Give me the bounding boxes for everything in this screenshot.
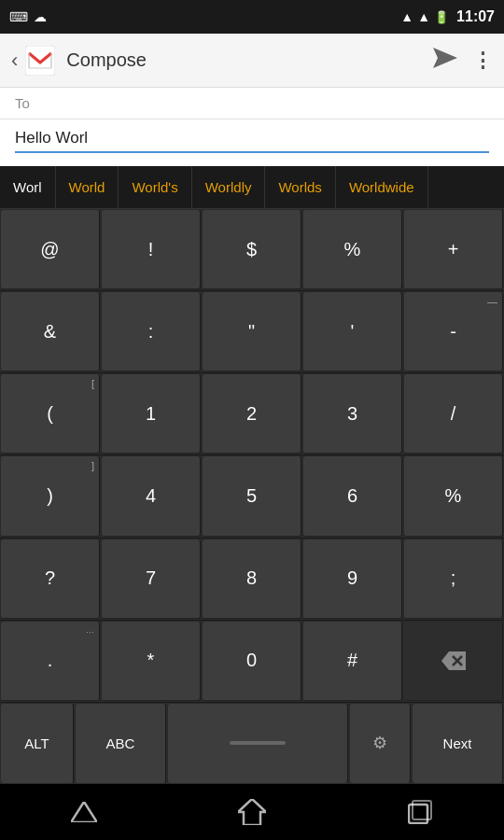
backspace-key[interactable]	[404, 622, 503, 701]
status-bar: ⌨ ☁ ▲ ▲ 🔋 11:07	[0, 0, 504, 34]
key-row-2: & : " ' - —	[0, 291, 504, 373]
space-key[interactable]	[168, 704, 348, 783]
app-bar: ‹ Compose ⋮	[0, 34, 504, 88]
keyboard-icon: ⌨	[9, 9, 28, 24]
app-bar-actions: ⋮	[433, 48, 493, 74]
key-hash[interactable]: #	[303, 622, 402, 701]
settings-key[interactable]: ⚙	[350, 704, 411, 783]
key-row-bottom: ALT ABC ⚙ Next	[0, 703, 504, 784]
key-dollar[interactable]: $	[203, 210, 301, 289]
key-star[interactable]: *	[102, 622, 201, 701]
svg-marker-2	[433, 48, 457, 68]
svg-marker-6	[71, 802, 97, 822]
autocomplete-item-3[interactable]: Worldly	[192, 166, 266, 208]
nav-bar	[0, 784, 504, 840]
svg-marker-7	[238, 799, 266, 825]
key-row-5: ? 7 8 9 ;	[0, 539, 504, 621]
nav-recent-icon	[408, 800, 432, 824]
key-percent[interactable]: %	[303, 210, 402, 289]
status-left-icons: ⌨ ☁	[9, 9, 47, 24]
nav-home-icon	[238, 799, 266, 825]
key-rparen[interactable]: ) ]	[1, 456, 100, 536]
nav-recent-button[interactable]	[401, 793, 439, 831]
key-dquote[interactable]: "	[203, 292, 301, 371]
status-time: 11:07	[456, 8, 495, 25]
battery-icon: 🔋	[434, 10, 449, 24]
nav-back-button[interactable]	[65, 793, 103, 831]
wifi-icon: ▲	[400, 9, 413, 24]
body-text: Hello Worl	[15, 129, 88, 147]
app-bar-title: Compose	[66, 49, 433, 71]
key-2[interactable]: 2	[203, 374, 301, 454]
to-field: To	[0, 88, 504, 119]
key-row-6: . … * 0 #	[0, 621, 504, 703]
autocomplete-item-1[interactable]: World	[56, 166, 119, 208]
send-button[interactable]	[433, 48, 457, 74]
back-button[interactable]: ‹	[11, 49, 18, 73]
next-key[interactable]: Next	[413, 704, 503, 783]
signal-icon: ▲	[417, 9, 430, 24]
to-input[interactable]	[37, 95, 489, 111]
autocomplete-item-4[interactable]: Worlds	[265, 166, 335, 208]
gmail-icon	[25, 46, 55, 76]
key-5[interactable]: 5	[203, 456, 301, 536]
key-colon[interactable]: :	[102, 292, 201, 371]
key-at[interactable]: @	[1, 210, 100, 289]
nav-home-button[interactable]	[233, 793, 271, 831]
key-row-1: @ ! $ % +	[0, 209, 504, 291]
key-row-3: ( [ 1 2 3 /	[0, 373, 504, 455]
backspace-icon	[441, 651, 466, 670]
key-4[interactable]: 4	[102, 456, 201, 536]
key-7[interactable]: 7	[102, 539, 201, 619]
key-slash[interactable]: /	[404, 374, 503, 454]
to-label: To	[15, 95, 30, 111]
autocomplete-item-2[interactable]: World's	[119, 166, 191, 208]
key-3[interactable]: 3	[303, 374, 402, 454]
space-bar-indicator	[230, 741, 286, 745]
alt-key[interactable]: ALT	[1, 704, 74, 783]
key-minus[interactable]: - —	[404, 292, 503, 371]
svg-rect-0	[25, 46, 55, 76]
key-squote[interactable]: '	[303, 292, 402, 371]
key-plus[interactable]: +	[404, 210, 503, 289]
notification-icon: ☁	[34, 9, 47, 24]
settings-icon: ⚙	[372, 733, 387, 753]
key-exclaim[interactable]: !	[102, 210, 201, 289]
key-percent2[interactable]: %	[404, 456, 503, 536]
key-1[interactable]: 1	[102, 374, 201, 454]
key-question[interactable]: ?	[1, 539, 100, 619]
abc-key[interactable]: ABC	[76, 704, 166, 783]
key-lparen[interactable]: ( [	[1, 374, 100, 454]
autocomplete-item-0[interactable]: Worl	[0, 166, 56, 208]
autocomplete-bar: Worl World World's Worldly Worlds Worldw…	[0, 166, 504, 209]
key-row-4: ) ] 4 5 6 %	[0, 455, 504, 538]
svg-marker-3	[441, 651, 466, 670]
keyboard: @ ! $ % + & : " ' - — ( [ 1 2 3 / ) ] 4 …	[0, 209, 504, 784]
compose-area: To Hello Worl	[0, 88, 504, 166]
status-right: ▲ ▲ 🔋 11:07	[400, 8, 495, 25]
autocomplete-item-5[interactable]: Worldwide	[336, 166, 428, 208]
key-ampersand[interactable]: &	[1, 292, 100, 371]
cursor-line	[15, 151, 489, 153]
body-field[interactable]: Hello Worl	[0, 119, 504, 166]
nav-back-icon	[71, 802, 97, 822]
key-semicolon[interactable]: ;	[404, 539, 503, 619]
key-8[interactable]: 8	[203, 539, 301, 619]
overflow-menu-button[interactable]: ⋮	[472, 49, 493, 73]
key-0[interactable]: 0	[203, 622, 301, 701]
key-9[interactable]: 9	[303, 539, 402, 619]
key-period[interactable]: . …	[1, 622, 100, 701]
key-6[interactable]: 6	[303, 456, 402, 536]
